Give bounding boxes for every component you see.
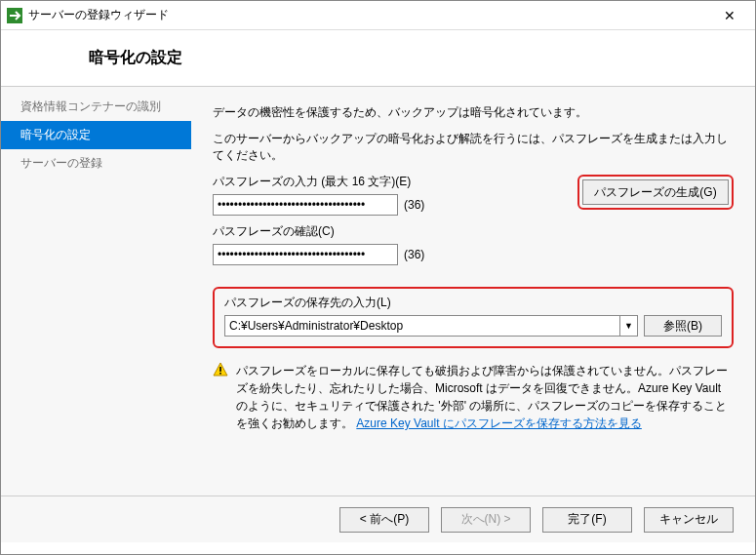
save-location-combo[interactable]: ▼ (224, 315, 638, 337)
browse-button[interactable]: 参照(B) (644, 315, 722, 337)
footer: < 前へ(P) 次へ(N) > 完了(F) キャンセル (1, 496, 755, 542)
chevron-down-icon[interactable]: ▼ (619, 316, 637, 336)
close-button[interactable]: ✕ (710, 2, 749, 29)
passphrase-count: (36) (404, 198, 424, 212)
passphrase-input[interactable] (213, 194, 398, 216)
warning-icon (213, 362, 228, 377)
main-panel: データの機密性を保護するため、バックアップは暗号化されています。 このサーバーか… (191, 87, 755, 496)
window-title: サーバーの登録ウィザード (28, 7, 710, 23)
confirm-label: パスフレーズの確認(C) (213, 223, 734, 240)
save-location-section: パスフレーズの保存先の入力(L) ▼ 参照(B) (213, 287, 734, 348)
intro-text-2: このサーバーからバックアップの暗号化および解読を行うには、パスフレーズを生成また… (213, 131, 734, 164)
sidebar: 資格情報コンテナーの識別 暗号化の設定 サーバーの登録 (1, 87, 191, 496)
confirm-count: (36) (404, 248, 424, 261)
app-icon (7, 8, 22, 23)
body: 資格情報コンテナーの識別 暗号化の設定 サーバーの登録 データの機密性を保護する… (1, 86, 755, 496)
prev-button[interactable]: < 前へ(P) (339, 507, 429, 533)
warning-row: パスフレーズをローカルに保存しても破損および障害からは保護されていません。パスフ… (213, 362, 734, 432)
intro-text-1: データの機密性を保護するため、バックアップは暗号化されています。 (213, 104, 734, 121)
confirm-input[interactable] (213, 244, 398, 265)
warning-link[interactable]: Azure Key Vault にパスフレーズを保存する方法を見る (356, 416, 642, 430)
svg-rect-0 (219, 367, 221, 372)
cancel-button[interactable]: キャンセル (644, 507, 734, 533)
sidebar-item-vault[interactable]: 資格情報コンテナーの識別 (1, 93, 191, 121)
finish-button[interactable]: 完了(F) (542, 507, 632, 533)
warning-text: パスフレーズをローカルに保存しても破損および障害からは保護されていません。パスフ… (236, 362, 734, 432)
generate-highlight: パスフレーズの生成(G) (577, 175, 734, 210)
next-button: 次へ(N) > (441, 507, 531, 533)
save-location-input[interactable] (225, 319, 619, 333)
titlebar: サーバーの登録ウィザード ✕ (1, 1, 755, 30)
generate-passphrase-button[interactable]: パスフレーズの生成(G) (582, 179, 729, 205)
save-location-label: パスフレーズの保存先の入力(L) (224, 295, 722, 311)
page-header: 暗号化の設定 (1, 30, 755, 86)
page-title: 暗号化の設定 (89, 48, 736, 68)
sidebar-item-encryption[interactable]: 暗号化の設定 (1, 121, 191, 149)
sidebar-item-register[interactable]: サーバーの登録 (1, 149, 191, 178)
svg-rect-1 (219, 373, 221, 375)
